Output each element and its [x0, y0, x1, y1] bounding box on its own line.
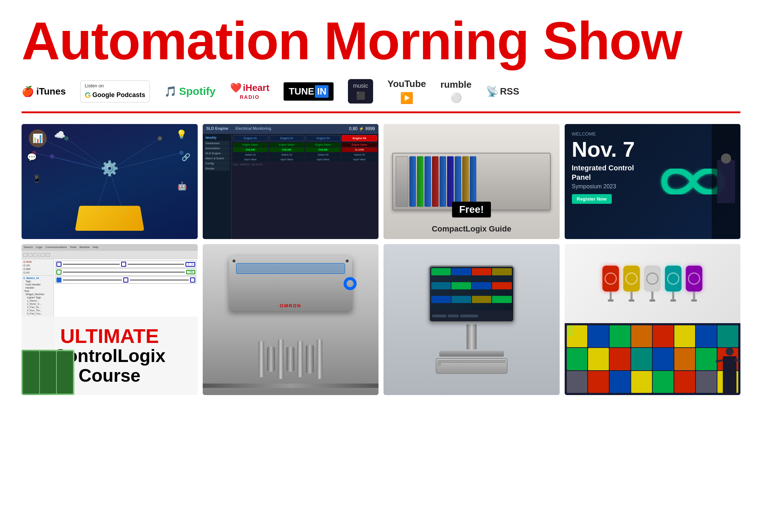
sld-nav-automation[interactable]: Automation: [204, 146, 230, 151]
apple-icon: 🍎: [22, 86, 34, 97]
scada-numbers: 000025050: [568, 325, 573, 336]
platform-iheart[interactable]: ❤️ iHeart RADIO: [230, 83, 270, 100]
compactlogix-guide-label: CompactLogix Guide: [432, 224, 511, 234]
plc-hardware-image: [22, 350, 74, 395]
omron-robot-item[interactable]: OMRON: [203, 244, 379, 323]
sld-nav-dashboard[interactable]: Dashboard: [204, 141, 230, 146]
machinery-item[interactable]: [203, 323, 379, 395]
svg-point-13: [50, 154, 54, 159]
sld-electrical: Electrical Monitoring: [235, 126, 271, 131]
tree-c-basics: C_Basics_14: [23, 276, 52, 280]
platform-youtube[interactable]: YouTube ▶️: [387, 78, 426, 104]
tree-item-bat: ⊡ BAT: [23, 267, 52, 271]
svg-line-3: [110, 153, 182, 171]
tree-item-run: ⊡ RUN: [23, 260, 52, 264]
google-podcasts-label: Google Podcasts: [92, 91, 145, 99]
sld-switch-1: Switch 01: [233, 153, 268, 157]
tree-widget: Widget_Machine: [23, 293, 52, 296]
svg-line-5: [52, 156, 110, 171]
tree-task: Task: [23, 289, 52, 293]
platform-amazon-music[interactable]: music ⬛: [348, 79, 373, 104]
page-wrapper: Automation Morning Show 🍎 iTunes Listen …: [0, 0, 762, 532]
studio-toolbar: [22, 251, 198, 259]
sld-engine-2: Engine 02: [269, 135, 304, 141]
iheart-radio-label: RADIO: [240, 95, 260, 100]
svg-point-11: [179, 151, 184, 155]
youtube-icon: ▶️: [400, 92, 413, 104]
tree-item-io: ⊡ I/O: [23, 271, 52, 275]
sld-switch-4: Switch 04: [342, 153, 377, 157]
spotify-label: Spotify: [179, 85, 216, 97]
tree-tags: Tags: [23, 280, 52, 283]
sld-nav-event[interactable]: Alarm & Event: [204, 156, 230, 161]
platforms-bar: 🍎 iTunes Listen on G Google Podcasts 🎵 S…: [22, 78, 740, 113]
symposium-item[interactable]: WELCOME Nov. 7 Integrated Control Panel …: [565, 124, 741, 239]
tree-5-part: 5_Part_Cou...: [23, 312, 52, 315]
rumble-label: rumble: [440, 79, 472, 90]
sld-nav-weekly: Weekly: [204, 135, 230, 140]
signal-white: [644, 266, 661, 302]
hmi-stand: [467, 324, 477, 349]
rss-label: RSS: [500, 86, 519, 97]
tree-1-manuf: 1_Manuf...: [23, 299, 52, 302]
youtube-label: YouTube: [387, 78, 426, 90]
person-at-scada: [719, 330, 740, 395]
iheart-label: iHeart: [243, 83, 270, 92]
sld-status-4: Engine States: [342, 143, 377, 147]
sld-gauge-value: 0.80 ⚡ 9999: [349, 126, 375, 131]
platform-rumble[interactable]: rumble ⚪: [440, 79, 472, 104]
symposium-date: Nov. 7: [572, 139, 653, 160]
iheart-icon: ❤️: [230, 83, 242, 92]
sld-engine-item[interactable]: SLD Engine Electrical Monitoring 0.80 ⚡ …: [203, 124, 379, 239]
sld-engine-4: Engine 04: [342, 135, 377, 141]
platform-spotify[interactable]: 🎵 Spotify: [164, 85, 216, 97]
google-listen-text: Listen on: [85, 83, 104, 88]
signal-lights-item[interactable]: [565, 244, 741, 323]
symposium-welcome: WELCOME: [572, 131, 653, 137]
symposium-subtitle: Symposium 2023: [572, 183, 653, 190]
sld-nav-recipe[interactable]: Recipe: [204, 166, 230, 171]
symposium-title: Integrated Control Panel: [572, 163, 653, 182]
sld-nav-config[interactable]: Config: [204, 161, 230, 166]
hmi-monitor: [428, 265, 515, 323]
sld-nav-sld[interactable]: SLD Engine: [204, 151, 230, 156]
sld-timestamp: Sun. 140422 / 22:14:31: [233, 163, 377, 166]
signal-red: [602, 266, 619, 302]
hmi-screen: [430, 267, 513, 311]
tree-fault-handler: Fault Handler: [23, 283, 52, 286]
tunein-in-text: IN: [315, 85, 329, 98]
platform-google-podcasts[interactable]: Listen on G Google Podcasts: [80, 81, 150, 102]
page-title: Automation Morning Show: [22, 14, 740, 68]
controllogix-course-item[interactable]: SearchLogicCommunicationsToolsWindowHelp: [22, 244, 198, 395]
sld-switch-3: Switch 03: [306, 153, 341, 157]
scada-grid: [565, 323, 741, 395]
sld-engine-1: Engine 01: [233, 135, 268, 141]
scada-display-item[interactable]: 000025050: [565, 323, 741, 395]
platform-itunes[interactable]: 🍎 iTunes: [22, 86, 66, 97]
hmi-base: [439, 351, 504, 357]
sld-output-1: Input Value: [233, 157, 268, 161]
svg-point-10: [158, 136, 162, 141]
omron-logo: OMRON: [280, 303, 301, 308]
amazon-music-label: music: [353, 83, 368, 89]
compactlogix-item[interactable]: Free! CompactLogix Guide: [384, 124, 560, 239]
platform-tunein[interactable]: TUNE IN: [284, 82, 334, 101]
symposium-person: [712, 124, 740, 239]
amazon-icon: ⬛: [356, 91, 365, 100]
hmi-station-item[interactable]: [384, 244, 560, 395]
sld-switch-2: Switch 02: [269, 153, 304, 157]
iot-image-item[interactable]: 📊 ☁️ 💡 💬 🔗 📱 🤖 ⚙️: [22, 124, 198, 239]
tunein-tune-text: TUNE: [289, 86, 314, 97]
hmi-nav-bar: [430, 311, 513, 321]
sld-status-3: Engine States: [306, 143, 341, 147]
google-g-icon: G: [85, 91, 91, 100]
sld-title: SLD Engine: [206, 126, 229, 131]
signals-column: 000025050: [565, 244, 741, 395]
rss-icon: 📡: [486, 86, 499, 97]
sld-output-4: Input Value: [342, 157, 377, 161]
platform-rss[interactable]: 📡 RSS: [486, 86, 519, 97]
symposium-register-btn[interactable]: Register Now: [572, 194, 612, 204]
hmi-keyboard: [436, 358, 508, 374]
sld-online-2: ONLINE: [269, 147, 304, 152]
svg-line-1: [66, 138, 110, 171]
